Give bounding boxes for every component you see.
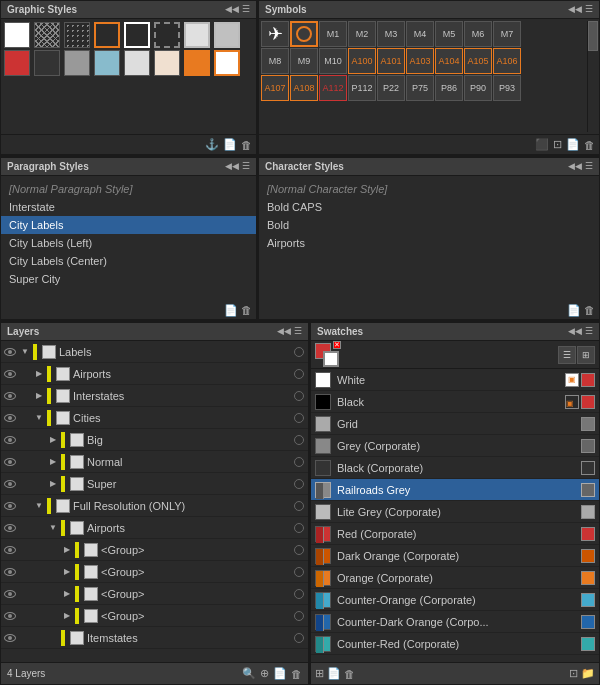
layer-vis-full-res[interactable] — [1, 495, 19, 517]
layer-vis-group-4[interactable] — [1, 605, 19, 627]
swatches-list-view[interactable]: ☰ — [558, 346, 576, 364]
swatch-lite-grey[interactable]: Lite Grey (Corporate) — [311, 501, 599, 523]
layer-airports[interactable]: ▶ Airports — [1, 363, 308, 385]
layer-arrow-airports-2[interactable]: ▼ — [47, 517, 59, 539]
gs-item-6[interactable] — [154, 22, 180, 48]
layer-target-super[interactable] — [294, 479, 304, 489]
layer-target-normal[interactable] — [294, 457, 304, 467]
layer-normal[interactable]: ▶ Normal — [1, 451, 308, 473]
swatch-folder-btn[interactable]: 📁 — [581, 667, 595, 680]
swatch-counter-red[interactable]: Counter-Red (Corporate) — [311, 633, 599, 655]
swatch-new-btn[interactable]: 📄 — [327, 667, 341, 680]
gs-item-8[interactable] — [214, 22, 240, 48]
layer-arrow-group-2[interactable]: ▶ — [61, 561, 73, 583]
layer-group-3[interactable]: ▶ <Group> — [1, 583, 308, 605]
graphic-styles-collapse[interactable]: ◀◀ — [225, 5, 239, 14]
sym-m4[interactable]: M4 — [406, 21, 434, 47]
layer-cities[interactable]: ▼ Cities — [1, 407, 308, 429]
layer-arrow-full-res[interactable]: ▼ — [33, 495, 45, 517]
sym-a112[interactable]: A112 — [319, 75, 347, 101]
gs-item-red[interactable] — [4, 50, 30, 76]
sym-airplane[interactable]: ✈ — [261, 21, 289, 47]
layers-locate-icon[interactable]: ⊕ — [260, 667, 269, 680]
para-style-city-labels-left[interactable]: City Labels (Left) — [1, 234, 256, 252]
sym-p90[interactable]: P90 — [464, 75, 492, 101]
sym-a106[interactable]: A106 — [493, 48, 521, 74]
para-menu[interactable]: ☰ — [242, 162, 250, 171]
swatch-white[interactable]: White ▣ — [311, 369, 599, 391]
layers-delete-icon[interactable]: 🗑 — [291, 668, 302, 680]
sym-m3[interactable]: M3 — [377, 21, 405, 47]
sym-place-icon[interactable]: ⬛ — [535, 138, 549, 151]
char-style-normal[interactable]: [Normal Character Style] — [259, 180, 599, 198]
layer-arrow-labels[interactable]: ▼ — [19, 341, 31, 363]
layer-vis-group-3[interactable] — [1, 583, 19, 605]
gs-item-13[interactable] — [154, 50, 180, 76]
layer-arrow-group-3[interactable]: ▶ — [61, 583, 73, 605]
layer-vis-super[interactable] — [1, 473, 19, 495]
swatch-black[interactable]: Black ▣ — [311, 391, 599, 413]
gs-item-4[interactable] — [94, 22, 120, 48]
swatches-menu[interactable]: ☰ — [585, 327, 593, 336]
gs-item-15[interactable] — [214, 50, 240, 76]
layer-group-2[interactable]: ▶ <Group> — [1, 561, 308, 583]
sym-a101[interactable]: A101 — [377, 48, 405, 74]
char-delete-btn[interactable]: 🗑 — [584, 304, 595, 317]
sym-m7[interactable]: M7 — [493, 21, 521, 47]
layer-target-group-2[interactable] — [294, 567, 304, 577]
graphic-styles-menu[interactable]: ☰ — [242, 5, 250, 14]
sym-p93[interactable]: P93 — [493, 75, 521, 101]
char-style-airports[interactable]: Airports — [259, 234, 599, 252]
char-style-bold-caps[interactable]: Bold CAPS — [259, 198, 599, 216]
char-menu[interactable]: ☰ — [585, 162, 593, 171]
swatch-dark-orange[interactable]: Dark Orange (Corporate) — [311, 545, 599, 567]
layer-big[interactable]: ▶ Big — [1, 429, 308, 451]
layer-vis-big[interactable] — [1, 429, 19, 451]
sym-a104[interactable]: A104 — [435, 48, 463, 74]
layer-target-labels[interactable] — [294, 347, 304, 357]
layer-arrow-airports[interactable]: ▶ — [33, 363, 45, 385]
layer-labels[interactable]: ▼ Labels — [1, 341, 308, 363]
swatch-grid[interactable]: Grid — [311, 413, 599, 435]
sym-p22[interactable]: P22 — [377, 75, 405, 101]
layer-target-group-4[interactable] — [294, 611, 304, 621]
layer-group-4[interactable]: ▶ <Group> — [1, 605, 308, 627]
sym-m9[interactable]: M9 — [290, 48, 318, 74]
layer-vis-group-1[interactable] — [1, 539, 19, 561]
char-collapse[interactable]: ◀◀ — [568, 162, 582, 171]
para-collapse[interactable]: ◀◀ — [225, 162, 239, 171]
gs-item-dotted[interactable] — [64, 22, 90, 48]
para-style-city-labels[interactable]: City Labels — [1, 216, 256, 234]
sym-m1[interactable]: M1 — [319, 21, 347, 47]
layer-vis-airports-2[interactable] — [1, 517, 19, 539]
layer-interstates[interactable]: ▶ Interstates — [1, 385, 308, 407]
swatches-grid-view[interactable]: ⊞ — [577, 346, 595, 364]
sym-m2[interactable]: M2 — [348, 21, 376, 47]
layers-menu[interactable]: ☰ — [294, 327, 302, 336]
gs-item-7[interactable] — [184, 22, 210, 48]
para-style-interstate[interactable]: Interstate — [1, 198, 256, 216]
sym-p75[interactable]: P75 — [406, 75, 434, 101]
swatch-counter-dark-orange[interactable]: Counter-Dark Orange (Corpo... — [311, 611, 599, 633]
swatch-black-corp[interactable]: Black (Corporate) — [311, 457, 599, 479]
sym-new-icon[interactable]: 📄 — [566, 138, 580, 151]
layer-arrow-cities[interactable]: ▼ — [33, 407, 45, 429]
sym-a108[interactable]: A108 — [290, 75, 318, 101]
sym-circle[interactable] — [290, 21, 318, 47]
layer-target-interstates[interactable] — [294, 391, 304, 401]
layer-arrow-interstates[interactable]: ▶ — [33, 385, 45, 407]
gs-item-lightblue[interactable] — [94, 50, 120, 76]
sym-a100[interactable]: A100 — [348, 48, 376, 74]
gs-link-icon[interactable]: ⚓ — [205, 138, 219, 151]
sym-a103[interactable]: A103 — [406, 48, 434, 74]
sym-delete-icon[interactable]: 🗑 — [584, 139, 595, 151]
layer-target-airports-2[interactable] — [294, 523, 304, 533]
symbols-collapse[interactable]: ◀◀ — [568, 5, 582, 14]
gs-new-icon[interactable]: 📄 — [223, 138, 237, 151]
sym-m10[interactable]: M10 — [319, 48, 347, 74]
layer-vis-group-2[interactable] — [1, 561, 19, 583]
swatch-grey-corp[interactable]: Grey (Corporate) — [311, 435, 599, 457]
layer-super[interactable]: ▶ Super — [1, 473, 308, 495]
swatch-new-group-btn[interactable]: ⊞ — [315, 667, 324, 680]
char-new-btn[interactable]: 📄 — [567, 304, 581, 317]
